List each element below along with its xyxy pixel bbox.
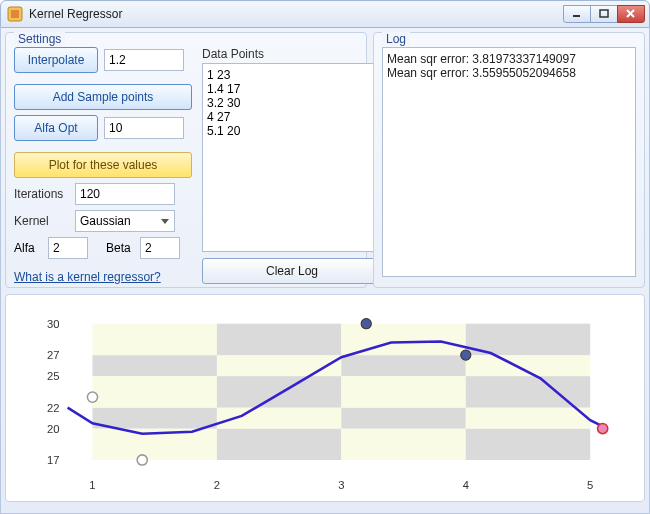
svg-rect-10 (92, 408, 216, 429)
beta-label: Beta (106, 241, 134, 255)
svg-text:2: 2 (214, 479, 220, 491)
svg-text:25: 25 (47, 370, 59, 382)
iterations-input[interactable] (75, 183, 175, 205)
svg-rect-9 (466, 429, 590, 460)
svg-rect-19 (217, 355, 341, 376)
svg-text:27: 27 (47, 349, 59, 361)
svg-rect-14 (92, 376, 216, 407)
svg-rect-18 (92, 355, 216, 376)
alfa-opt-input[interactable] (104, 117, 184, 139)
log-textarea[interactable]: Mean sqr error: 3.81973337149097 Mean sq… (382, 47, 636, 277)
beta-input[interactable] (140, 237, 180, 259)
svg-text:22: 22 (47, 402, 59, 414)
svg-text:5: 5 (587, 479, 593, 491)
log-groupbox: Log Mean sqr error: 3.81973337149097 Mea… (373, 32, 645, 288)
svg-point-39 (361, 319, 371, 329)
kernel-select-value: Gaussian (80, 214, 131, 228)
svg-rect-13 (466, 408, 590, 429)
svg-rect-12 (341, 408, 465, 429)
svg-text:1: 1 (89, 479, 95, 491)
svg-point-41 (598, 423, 608, 433)
interpolate-input[interactable] (104, 49, 184, 71)
app-icon (7, 6, 23, 22)
alfa-input[interactable] (48, 237, 88, 259)
maximize-button[interactable] (590, 5, 618, 23)
svg-rect-16 (341, 376, 465, 407)
svg-text:3: 3 (338, 479, 344, 491)
svg-rect-20 (341, 355, 465, 376)
add-sample-points-button[interactable]: Add Sample points (14, 84, 192, 110)
plot-button[interactable]: Plot for these values (14, 152, 192, 178)
svg-text:4: 4 (463, 479, 469, 491)
clear-log-button[interactable]: Clear Log (202, 258, 382, 284)
iterations-label: Iterations (14, 187, 69, 201)
kernel-select[interactable]: Gaussian (75, 210, 175, 232)
chart-panel: 17202225273012345 (5, 294, 645, 502)
close-button[interactable] (617, 5, 645, 23)
svg-text:17: 17 (47, 454, 59, 466)
data-points-textarea[interactable]: 1 23 1.4 17 3.2 30 4 27 5.1 20 (202, 63, 382, 252)
svg-point-38 (137, 455, 147, 465)
svg-rect-22 (92, 324, 216, 355)
window-controls (564, 5, 645, 23)
svg-rect-3 (600, 10, 608, 17)
minimize-button[interactable] (563, 5, 591, 23)
settings-groupbox: Settings Interpolate Add Sample points A… (5, 32, 367, 288)
svg-rect-15 (217, 376, 341, 407)
svg-text:20: 20 (47, 423, 59, 435)
svg-point-37 (87, 392, 97, 402)
svg-rect-8 (341, 429, 465, 460)
kernel-label: Kernel (14, 214, 69, 228)
svg-rect-1 (11, 10, 19, 18)
window-titlebar: Kernel Regressor (0, 0, 650, 28)
client-area: Settings Interpolate Add Sample points A… (0, 28, 650, 514)
help-link[interactable]: What is a kernel regressor? (14, 270, 192, 284)
data-points-label: Data Points (202, 47, 382, 61)
svg-rect-7 (217, 429, 341, 460)
svg-text:30: 30 (47, 318, 59, 330)
alfa-label: Alfa (14, 241, 42, 255)
window-title: Kernel Regressor (29, 7, 564, 21)
svg-rect-23 (217, 324, 341, 355)
log-legend: Log (382, 32, 410, 46)
interpolate-button[interactable]: Interpolate (14, 47, 98, 73)
chart: 17202225273012345 (18, 305, 632, 495)
alfa-opt-button[interactable]: Alfa Opt (14, 115, 98, 141)
settings-legend: Settings (14, 32, 65, 46)
svg-point-40 (461, 350, 471, 360)
